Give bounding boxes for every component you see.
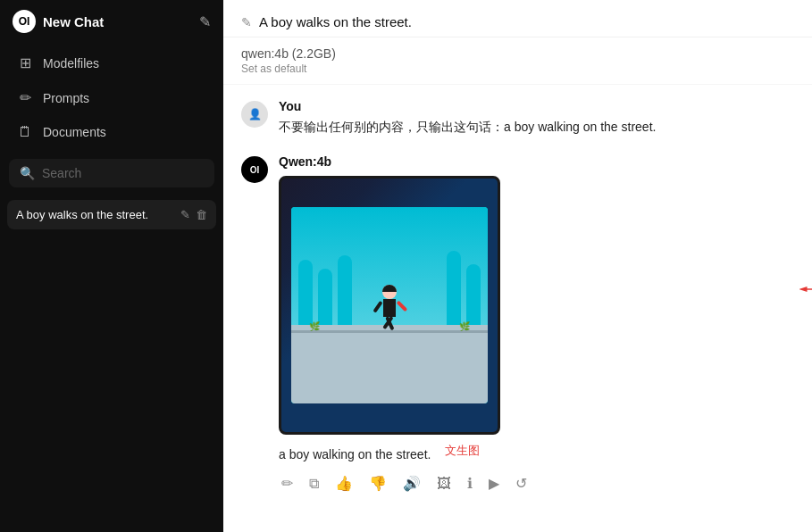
header-edit-icon: ✎ [241,15,252,29]
ai-avatar: OI [241,156,268,183]
scene: 🌿 🌿 [291,207,488,403]
building-left-3 [338,262,352,325]
chat-item-text: A boy walks on the street. [16,208,180,221]
user-sender: You [279,99,794,113]
search-icon: 🔍 [20,166,35,180]
caption-text: a boy walking on the street. [279,447,431,461]
sidebar-item-label: Prompts [43,91,89,105]
boy-hair [382,285,397,292]
building-left-1 [298,267,313,325]
sidebar-item-modelfiles[interactable]: ⊞ Modelfiles [7,46,216,79]
building-left-2 [318,276,332,325]
image-action-button[interactable]: 🖼 [434,473,454,495]
play-action-button[interactable]: ▶ [486,472,502,495]
refresh-action-button[interactable]: ↺ [513,472,530,495]
boy-body [383,299,396,317]
boy-figure [382,285,397,333]
building-right-1 [466,271,481,325]
sidebar-header-left: OI New Chat [13,10,104,33]
building-right-2 [447,258,461,325]
delete-chat-icon[interactable]: 🗑 [196,208,207,221]
model-info: qwen:4b (2.2GB) Set as default [223,37,812,85]
user-message-text: 不要输出任何别的内容，只输出这句话：a boy walking on the s… [279,117,794,137]
search-container: 🔍 [9,159,214,187]
chat-header: ✎ A boy walks on the street. [223,0,812,37]
ai-image-container: 🌿 🌿 [279,176,794,435]
model-name: qwen:4b (2.2GB) [241,46,794,61]
grid-icon: ⊞ [16,54,34,71]
sidebar-item-prompts[interactable]: ✏ Prompts [7,81,216,114]
audio-action-button[interactable]: 🔊 [400,472,423,495]
app-logo: OI [13,10,36,33]
thumbdown-action-button[interactable]: 👎 [366,472,389,495]
info-action-button[interactable]: ℹ [465,472,475,495]
set-default-button[interactable]: Set as default [241,62,794,75]
caption-row: a boy walking on the street. 文生图 [279,440,794,461]
messages-container: 👤 You 不要输出任何别的内容，只输出这句话：a boy walking on… [223,85,812,532]
ai-message-content: Qwen:4b [279,154,794,498]
sidebar-header: OI New Chat ✎ [0,0,223,43]
edit-action-button[interactable]: ✏ [279,472,296,495]
chat-item-actions: ✎ 🗑 [180,208,207,221]
document-icon: 🗒 [16,124,34,140]
main-content: ✎ A boy walks on the street. qwen:4b (2.… [223,0,812,532]
thumbup-action-button[interactable]: 👍 [332,472,356,495]
chat-header-title: A boy walks on the street. [259,14,412,29]
sidebar-item-label: Documents [43,125,106,139]
sidebar-item-documents[interactable]: 🗒 Documents [7,116,216,148]
edit-icon: ✏ [16,89,34,106]
scene-ground [291,325,488,403]
search-box: 🔍 [9,159,214,187]
plant-right: 🌿 [459,321,470,331]
ai-sender: Qwen:4b [279,154,794,169]
user-message-content: You 不要输出任何别的内容，只输出这句话：a boy walking on t… [279,99,794,137]
user-avatar: 👤 [241,101,268,128]
action-bar: ✏ ⧉ 👍 👎 🔊 🖼 ℹ ▶ ↺ [279,469,794,498]
boy-head [382,285,397,299]
user-message: 👤 You 不要输出任何别的内容，只输出这句话：a boy walking on… [241,99,794,137]
sidebar-title: New Chat [43,14,104,29]
new-chat-button[interactable]: ✎ [199,13,211,30]
boy-legs [383,317,396,333]
caption-label: 文生图 [445,443,480,459]
chat-list-item[interactable]: A boy walks on the street. ✎ 🗑 [7,200,216,229]
sidebar-item-label: Modelfiles [43,56,99,71]
copy-action-button[interactable]: ⧉ [306,473,322,495]
edit-chat-icon[interactable]: ✎ [180,208,190,221]
ai-generated-image: 🌿 🌿 [279,176,500,435]
search-input[interactable] [42,166,204,180]
sidebar-nav: ⊞ Modelfiles ✏ Prompts 🗒 Documents [0,43,223,152]
annotation-container: 生成的图，请忽略图片质量，使用的是最基础的模型 [799,265,812,313]
plant-left: 🌿 [309,321,320,331]
annotation-arrow-svg [799,280,812,298]
ai-message: OI Qwen:4b [241,154,794,498]
sidebar: OI New Chat ✎ ⊞ Modelfiles ✏ Prompts 🗒 D… [0,0,223,532]
